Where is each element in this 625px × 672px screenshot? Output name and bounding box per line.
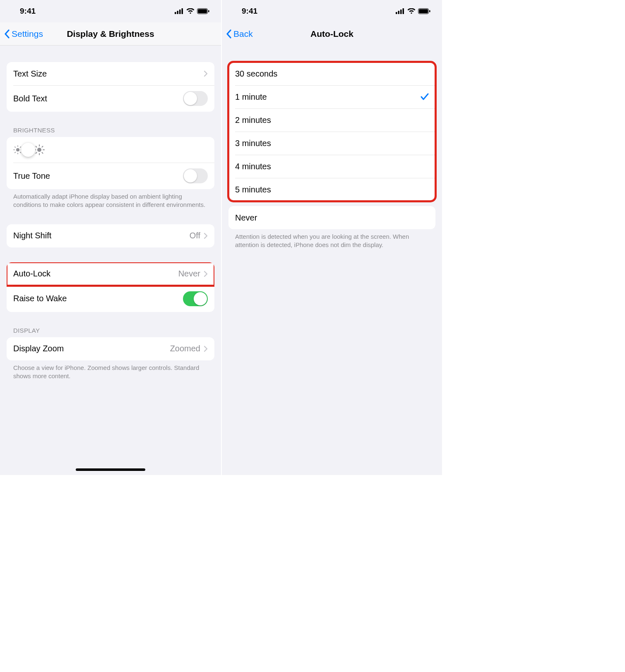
- cellular-icon: [175, 8, 184, 14]
- option-row[interactable]: 5 minutes: [228, 178, 435, 201]
- chevron-right-icon: [204, 271, 208, 277]
- svg-rect-31: [429, 10, 430, 12]
- svg-line-12: [15, 147, 15, 147]
- group-header-display: DISPLAY: [7, 327, 214, 337]
- chevron-left-icon: [226, 29, 232, 38]
- row-true-tone[interactable]: True Tone: [7, 163, 214, 189]
- display-zoom-footer: Choose a view for iPhone. Zoomed shows l…: [7, 360, 214, 381]
- row-brightness-slider[interactable]: [7, 137, 214, 163]
- row-value: Off: [190, 231, 200, 240]
- screen-auto-lock: 9:41 Back Auto-Lock 30 seconds1 minute2 …: [221, 0, 442, 475]
- svg-rect-1: [177, 11, 179, 14]
- row-night-shift[interactable]: Night Shift Off: [7, 224, 214, 247]
- chevron-right-icon: [204, 70, 208, 77]
- status-bar: 9:41: [222, 0, 442, 22]
- option-row[interactable]: 1 minute: [228, 85, 435, 108]
- option-label: 30 seconds: [235, 69, 429, 79]
- row-value: Zoomed: [170, 344, 200, 353]
- battery-icon: [418, 8, 430, 14]
- status-time: 9:41: [242, 7, 257, 16]
- svg-line-24: [42, 146, 43, 147]
- content: 30 seconds1 minute2 minutes3 minutes4 mi…: [222, 62, 442, 266]
- svg-line-13: [20, 152, 21, 153]
- row-label: Display Zoom: [13, 344, 170, 353]
- row-label: Bold Text: [13, 94, 183, 103]
- option-label: 1 minute: [235, 92, 421, 102]
- content: Text Size Bold Text BRIGHTNESS: [0, 62, 221, 397]
- nav-back-label: Back: [233, 29, 253, 39]
- nav-back-button[interactable]: Settings: [0, 29, 43, 39]
- status-indicators: [175, 8, 209, 14]
- home-indicator: [76, 468, 145, 471]
- option-row[interactable]: 30 seconds: [228, 62, 435, 85]
- bold-text-toggle[interactable]: [183, 91, 208, 106]
- svg-rect-30: [419, 9, 428, 13]
- auto-lock-footer: Attention is detected when you are looki…: [228, 229, 435, 250]
- row-label: True Tone: [13, 171, 183, 181]
- option-row[interactable]: 2 minutes: [228, 108, 435, 132]
- option-row[interactable]: 3 minutes: [228, 132, 435, 155]
- nav-bar: Back Auto-Lock: [222, 22, 442, 46]
- option-label: 4 minutes: [235, 162, 429, 171]
- battery-icon: [197, 8, 209, 14]
- nav-title: Auto-Lock: [222, 29, 442, 39]
- svg-line-15: [20, 147, 21, 147]
- option-row[interactable]: 4 minutes: [228, 155, 435, 178]
- option-label: 3 minutes: [235, 139, 429, 148]
- status-indicators: [396, 8, 430, 14]
- row-label: Auto-Lock: [13, 269, 178, 278]
- row-display-zoom[interactable]: Display Zoom Zoomed: [7, 337, 214, 360]
- svg-point-16: [37, 148, 41, 152]
- option-label: 5 minutes: [235, 185, 429, 194]
- svg-rect-25: [396, 12, 397, 14]
- true-tone-toggle[interactable]: [183, 168, 208, 183]
- option-label: Never: [235, 213, 429, 223]
- row-raise-to-wake[interactable]: Raise to Wake: [7, 286, 214, 312]
- row-label: Raise to Wake: [13, 294, 183, 303]
- checkmark-icon: [421, 93, 429, 101]
- true-tone-footer: Automatically adapt iPhone display based…: [7, 189, 214, 209]
- svg-line-23: [36, 152, 37, 153]
- svg-rect-0: [175, 12, 176, 14]
- raise-to-wake-toggle[interactable]: [183, 291, 208, 306]
- row-value: Never: [178, 269, 200, 278]
- option-row[interactable]: Never: [228, 206, 435, 229]
- group-header-brightness: BRIGHTNESS: [7, 127, 214, 137]
- cellular-icon: [396, 8, 405, 14]
- nav-back-label: Settings: [12, 29, 43, 39]
- svg-line-22: [42, 152, 43, 153]
- svg-rect-26: [398, 11, 400, 14]
- sun-high-icon: [34, 144, 45, 155]
- svg-rect-5: [198, 9, 207, 13]
- chevron-right-icon: [204, 233, 208, 239]
- screen-display-brightness: 9:41 Settings Display & Brightness Text …: [0, 0, 221, 475]
- svg-line-14: [15, 152, 15, 153]
- svg-rect-28: [403, 8, 404, 14]
- svg-line-21: [36, 146, 37, 147]
- svg-rect-6: [208, 10, 209, 12]
- row-label: Text Size: [13, 69, 204, 79]
- nav-back-button[interactable]: Back: [222, 29, 253, 39]
- auto-lock-options-card: 30 seconds1 minute2 minutes3 minutes4 mi…: [228, 62, 435, 201]
- status-bar: 9:41: [0, 0, 221, 22]
- nav-bar: Settings Display & Brightness: [0, 22, 221, 46]
- chevron-right-icon: [204, 346, 208, 352]
- row-text-size[interactable]: Text Size: [7, 62, 214, 85]
- status-time: 9:41: [20, 7, 36, 16]
- option-label: 2 minutes: [235, 115, 429, 125]
- svg-rect-2: [179, 10, 181, 14]
- svg-point-7: [16, 148, 19, 151]
- row-auto-lock[interactable]: Auto-Lock Never: [7, 262, 214, 286]
- wifi-icon: [407, 8, 416, 14]
- chevron-left-icon: [4, 29, 10, 38]
- svg-rect-27: [400, 10, 402, 14]
- auto-lock-options-card-2: Never: [228, 206, 435, 229]
- row-label: Night Shift: [13, 231, 190, 240]
- wifi-icon: [186, 8, 195, 14]
- row-bold-text[interactable]: Bold Text: [7, 85, 214, 112]
- svg-rect-3: [182, 8, 183, 14]
